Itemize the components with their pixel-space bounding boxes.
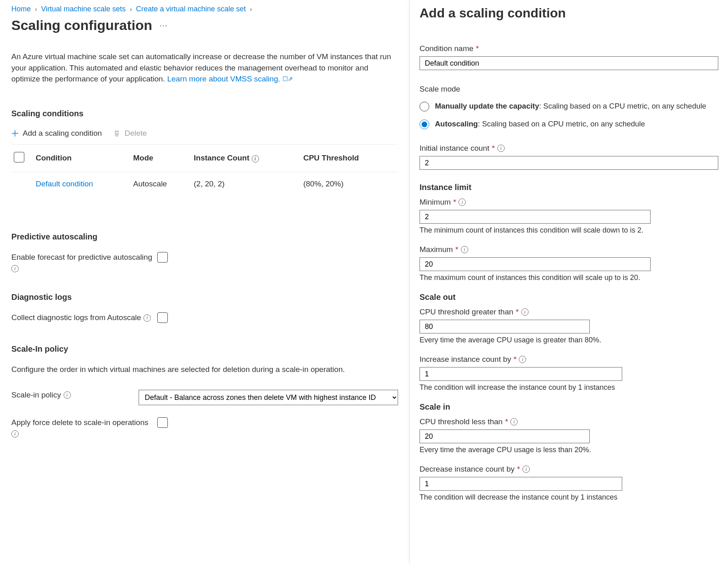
blade-panel: Add a scaling condition Condition name* … [409,0,728,564]
section-predictive: Predictive autoscaling [11,232,398,241]
max-label: Maximum* i [420,245,718,254]
chevron-right-icon: › [250,6,252,13]
policy-label: Scale-in policy i [11,390,139,401]
dec-label: Decrease instance count by* i [420,465,718,474]
learn-more-label: Learn more about VMSS scaling. [167,75,280,83]
inc-hint: The condition will increase the instance… [420,383,718,392]
external-link-icon: ☐⇗ [283,75,293,83]
info-icon[interactable]: i [522,466,530,473]
main-pane: Home › Virtual machine scale sets › Crea… [0,0,409,564]
delete-label: Delete [124,129,147,138]
page-title: Scaling configuration [11,17,152,33]
scale-in-desc: Configure the order in which virtual mac… [11,364,398,375]
section-scaling-conditions: Scaling conditions [11,109,398,118]
force-delete-label: Apply force delete to scale-in operation… [11,417,157,438]
predictive-label: Enable forecast for predictive autoscali… [11,252,157,273]
select-all-checkbox[interactable] [14,152,24,162]
add-condition-button[interactable]: Add a scaling condition [11,129,102,138]
dec-input[interactable] [420,477,622,491]
scale-out-title: Scale out [420,293,718,302]
breadcrumb: Home › Virtual machine scale sets › Crea… [11,5,398,13]
breadcrumb-home[interactable]: Home [11,5,31,13]
max-hint: The maximum count of instances this cond… [420,273,718,282]
intro-text: An Azure virtual machine scale set can a… [11,51,398,85]
conditions-table: Condition Mode Instance Count i CPU Thre… [11,145,398,196]
trash-icon [113,130,120,137]
predictive-checkbox[interactable] [157,252,168,263]
delete-button: Delete [113,129,147,138]
info-icon[interactable]: i [64,391,71,399]
radio-auto-text: Autoscaling: Scaling based on a CPU metr… [435,119,645,129]
blade-title: Add a scaling condition [420,6,718,21]
info-icon[interactable]: i [143,314,151,322]
info-icon[interactable]: i [458,199,466,206]
condition-link[interactable]: Default condition [36,179,93,188]
chevron-right-icon: › [130,6,132,13]
col-cpu-threshold: CPU Threshold [303,145,398,172]
cpu-gt-label: CPU threshold greater than* i [420,308,718,316]
scale-mode-label: Scale mode [420,85,718,94]
radio-icon[interactable] [420,120,429,129]
cell-cpu-threshold: (80%, 20%) [303,172,398,196]
min-hint: The minimum count of instances this cond… [420,226,718,235]
chevron-right-icon: › [35,6,37,13]
cell-mode: Autoscale [133,172,194,196]
diagnostic-checkbox[interactable] [157,312,168,323]
info-icon[interactable]: i [519,356,526,363]
initial-count-input[interactable] [420,156,718,170]
plus-icon [11,130,19,137]
inc-input[interactable] [420,367,622,381]
info-icon[interactable]: i [497,145,505,152]
condition-name-input[interactable] [420,56,718,70]
instance-limit-title: Instance limit [420,183,718,192]
breadcrumb-create[interactable]: Create a virtual machine scale set [136,5,246,13]
cpu-lt-label: CPU threshold less than* i [420,417,718,426]
radio-autoscaling[interactable]: Autoscaling: Scaling based on a CPU metr… [420,119,718,129]
table-row[interactable]: Default condition Autoscale (2, 20, 2) (… [11,172,398,196]
force-delete-checkbox[interactable] [157,417,168,428]
info-icon[interactable]: i [510,418,518,425]
add-condition-label: Add a scaling condition [23,129,102,138]
min-input[interactable] [420,210,651,224]
info-icon[interactable]: i [252,155,259,162]
diagnostic-label: Collect diagnostic logs from Autoscale i [11,312,157,323]
initial-count-label: Initial instance count* i [420,144,718,153]
inc-label: Increase instance count by* i [420,355,718,364]
cell-instance-count: (2, 20, 2) [194,172,303,196]
info-icon[interactable]: i [521,308,529,316]
col-condition: Condition [36,145,133,172]
scale-in-title: Scale in [420,402,718,412]
info-icon[interactable]: i [461,246,468,253]
cpu-lt-input[interactable] [420,429,590,443]
condition-name-label: Condition name* [420,44,718,53]
radio-manual[interactable]: Manually update the capacity: Scaling ba… [420,101,718,111]
info-icon[interactable]: i [11,430,19,438]
more-actions-icon[interactable]: ··· [160,21,168,30]
max-input[interactable] [420,257,651,271]
radio-manual-text: Manually update the capacity: Scaling ba… [435,101,706,111]
section-diagnostic: Diagnostic logs [11,293,398,302]
dec-hint: The condition will decrease the instance… [420,493,718,502]
col-mode: Mode [133,145,194,172]
scale-in-policy-select[interactable]: Default - Balance across zones then dele… [139,390,398,405]
info-icon[interactable]: i [11,265,19,272]
min-label: Minimum* i [420,198,718,207]
section-scale-in: Scale-In policy [11,344,398,354]
conditions-toolbar: Add a scaling condition Delete [11,129,398,145]
col-instance-count: Instance Count i [194,145,303,172]
cpu-lt-hint: Every time the average CPU usage is less… [420,446,718,454]
cpu-gt-input[interactable] [420,320,590,333]
radio-icon[interactable] [420,102,429,111]
breadcrumb-vmss[interactable]: Virtual machine scale sets [41,5,126,13]
learn-more-link[interactable]: Learn more about VMSS scaling. ☐⇗ [167,75,293,83]
cpu-gt-hint: Every time the average CPU usage is grea… [420,336,718,344]
